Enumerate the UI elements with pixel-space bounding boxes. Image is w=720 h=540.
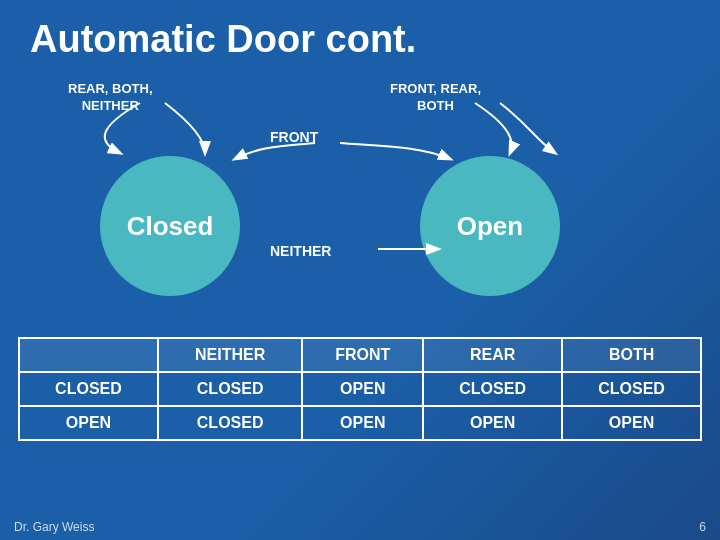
row-1-col-1: CLOSED (158, 372, 302, 406)
table-header-row: NEITHER FRONT REAR BOTH (19, 338, 701, 372)
circle-open: Open (420, 156, 560, 296)
col-header-2: FRONT (302, 338, 423, 372)
label-front: FRONT (270, 129, 318, 145)
footer-author: Dr. Gary Weiss (14, 520, 94, 534)
row-1-col-2: OPEN (302, 372, 423, 406)
row-1-col-3: CLOSED (423, 372, 562, 406)
footer: Dr. Gary Weiss 6 (0, 520, 720, 534)
col-header-0 (19, 338, 158, 372)
row-2-col-2: OPEN (302, 406, 423, 440)
col-header-4: BOTH (562, 338, 701, 372)
table-row: CLOSED CLOSED OPEN CLOSED CLOSED (19, 372, 701, 406)
table-row: OPEN CLOSED OPEN OPEN OPEN (19, 406, 701, 440)
row-2-col-4: OPEN (562, 406, 701, 440)
circle-closed: Closed (100, 156, 240, 296)
page-title: Automatic Door cont. (0, 0, 720, 71)
table-container: NEITHER FRONT REAR BOTH CLOSED CLOSED OP… (18, 337, 702, 441)
col-header-1: NEITHER (158, 338, 302, 372)
data-table: NEITHER FRONT REAR BOTH CLOSED CLOSED OP… (18, 337, 702, 441)
row-2-col-1: CLOSED (158, 406, 302, 440)
row-2-col-3: OPEN (423, 406, 562, 440)
row-1-col-4: CLOSED (562, 372, 701, 406)
diagram-area: REAR, BOTH,NEITHER FRONT, REAR,BOTH FRON… (0, 71, 720, 331)
label-front-rear: FRONT, REAR,BOTH (390, 81, 481, 115)
footer-page: 6 (699, 520, 706, 534)
label-rear: REAR, BOTH,NEITHER (68, 81, 153, 115)
label-neither: NEITHER (270, 243, 331, 259)
row-2-col-0: OPEN (19, 406, 158, 440)
col-header-3: REAR (423, 338, 562, 372)
app-container: Automatic Door cont. REAR, BOTH,NEITHER … (0, 0, 720, 540)
row-1-col-0: CLOSED (19, 372, 158, 406)
